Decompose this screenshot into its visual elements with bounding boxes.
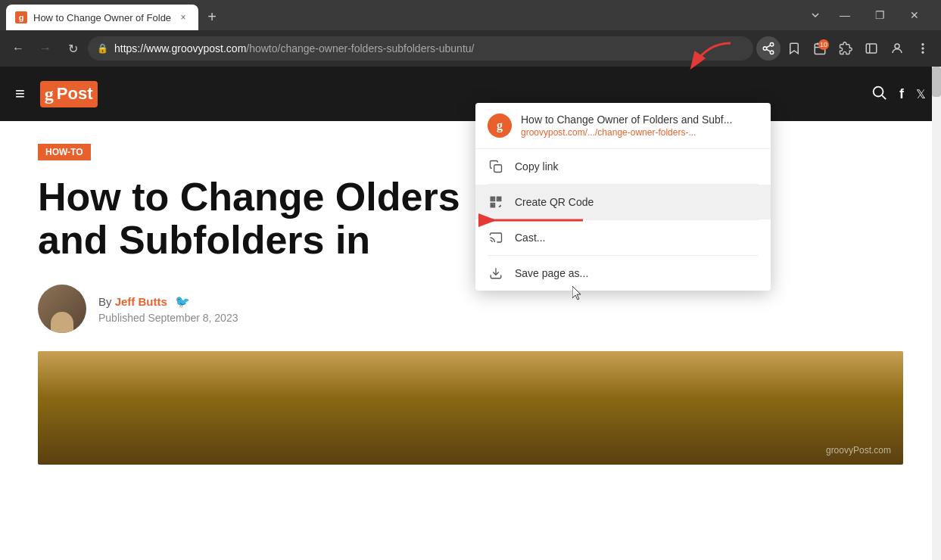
svg-point-2 xyxy=(770,51,774,54)
svg-line-3 xyxy=(766,49,770,51)
tab-title: How to Change Owner of Folde xyxy=(33,12,171,23)
logo-post: Post xyxy=(57,84,93,104)
svg-line-4 xyxy=(766,45,770,48)
svg-point-15 xyxy=(874,86,883,96)
badge: 10 xyxy=(818,39,829,50)
svg-point-11 xyxy=(895,44,899,48)
address-bar-row: ← → ↻ 🔒 https://www.groovypost.com/howto… xyxy=(0,30,941,67)
dropdown-favicon: g xyxy=(488,114,512,138)
svg-point-12 xyxy=(922,44,924,45)
qr-icon xyxy=(488,194,504,210)
header-icons: f 𝕏 xyxy=(871,84,926,104)
forward-button[interactable]: → xyxy=(33,36,58,61)
svg-rect-9 xyxy=(866,44,877,53)
twitter-icon[interactable]: 𝕏 xyxy=(916,87,926,101)
close-button[interactable]: ✕ xyxy=(897,4,932,26)
dropdown-title: How to Change Owner of Folders and Subf.… xyxy=(521,114,732,126)
svg-rect-22 xyxy=(498,198,500,200)
svg-point-13 xyxy=(922,48,924,49)
how-to-badge: HOW-TO xyxy=(38,144,91,160)
scrollbar-thumb[interactable] xyxy=(932,67,941,97)
svg-point-0 xyxy=(770,43,774,47)
featured-image: groovyPost.com xyxy=(38,351,903,465)
scrollbar[interactable] xyxy=(932,67,941,560)
svg-rect-17 xyxy=(494,165,502,173)
address-bar[interactable]: 🔒 https://www.groovypost.com/howto/chang… xyxy=(88,36,753,61)
back-button[interactable]: ← xyxy=(6,36,30,61)
cast-label: Cast... xyxy=(515,232,545,244)
maximize-button[interactable]: ❐ xyxy=(862,4,897,26)
minimize-button[interactable]: — xyxy=(827,4,862,26)
author-line: By Jeff Butts 🐦 xyxy=(98,294,238,309)
cast-icon xyxy=(488,229,504,246)
dropdown-qr-code[interactable]: Create QR Code xyxy=(475,185,771,219)
lock-icon: 🔒 xyxy=(97,43,108,54)
twitter-handle-icon: 🐦 xyxy=(175,295,190,308)
window-controls: — ❐ ✕ xyxy=(803,3,935,30)
tab-close-button[interactable]: × xyxy=(177,11,189,23)
toolbar-icons: 10 xyxy=(756,36,935,61)
svg-point-14 xyxy=(922,51,924,53)
dropdown-header: g How to Change Owner of Folders and Sub… xyxy=(475,103,771,149)
site-header: ≡ g Post f 𝕏 xyxy=(0,67,941,121)
qr-code-label: Create QR Code xyxy=(515,196,594,208)
svg-rect-21 xyxy=(492,198,494,200)
dropdown-cast[interactable]: Cast... xyxy=(475,220,771,255)
author-link[interactable]: Jeff Butts xyxy=(115,295,167,308)
search-icon[interactable] xyxy=(871,84,887,104)
copy-link-label: Copy link xyxy=(515,160,559,173)
facebook-icon[interactable]: f xyxy=(899,86,904,102)
save-page-label: Save page as... xyxy=(515,267,588,279)
svg-point-1 xyxy=(763,47,767,51)
dropdown-copy-link[interactable]: Copy link xyxy=(475,149,771,184)
author-row: By Jeff Butts 🐦 Published September 8, 2… xyxy=(38,285,903,333)
reload-button[interactable]: ↻ xyxy=(61,36,85,61)
svg-rect-23 xyxy=(492,204,494,206)
extensions-button[interactable]: 10 xyxy=(808,36,832,61)
share-dropdown: g How to Change Owner of Folders and Sub… xyxy=(475,103,771,291)
profile-button[interactable] xyxy=(885,36,909,61)
tab-bar: g How to Change Owner of Folde × + — ❐ ✕ xyxy=(0,0,941,30)
browser-chrome: g How to Change Owner of Folde × + — ❐ ✕ xyxy=(0,0,941,560)
article-title: How to Change Olders and Subfolders in xyxy=(38,176,903,262)
new-tab-button[interactable]: + xyxy=(201,6,223,27)
sidebar-button[interactable] xyxy=(859,36,883,61)
dropdown-url: groovypost.com/.../change-owner-folders-… xyxy=(521,127,732,138)
avatar xyxy=(38,285,86,333)
page-content: HOW-TO How to Change Olders and Subfolde… xyxy=(0,121,941,487)
chevron-down-icon[interactable] xyxy=(803,3,827,27)
save-icon xyxy=(488,265,504,282)
active-tab[interactable]: g How to Change Owner of Folde × xyxy=(6,5,198,30)
share-button[interactable] xyxy=(756,36,781,61)
published-date: Published September 8, 2023 xyxy=(98,312,238,324)
svg-line-16 xyxy=(882,95,886,99)
logo-g: g xyxy=(45,84,54,104)
url-text: https://www.groovypost.com/howto/change-… xyxy=(114,42,744,54)
bookmark-button[interactable] xyxy=(782,36,806,61)
tab-favicon: g xyxy=(15,11,27,23)
hamburger-menu[interactable]: ≡ xyxy=(15,84,25,104)
dropdown-header-text: How to Change Owner of Folders and Subf.… xyxy=(521,114,732,138)
page-area: ≡ g Post f 𝕏 HOW-TO How to xyxy=(0,67,941,560)
url-domain: https://www.groovypost.com xyxy=(114,42,246,54)
site-logo[interactable]: g Post xyxy=(40,81,98,107)
copy-icon xyxy=(488,158,504,175)
avatar-figure xyxy=(51,312,73,333)
menu-button[interactable] xyxy=(911,36,935,61)
dropdown-save-page[interactable]: Save page as... xyxy=(475,256,771,291)
puzzle-button[interactable] xyxy=(834,36,858,61)
watermark: groovyPost.com xyxy=(826,445,891,456)
url-path: /howto/change-owner-folders-subfolders-u… xyxy=(246,42,474,54)
author-info: By Jeff Butts 🐦 Published September 8, 2… xyxy=(98,294,238,324)
